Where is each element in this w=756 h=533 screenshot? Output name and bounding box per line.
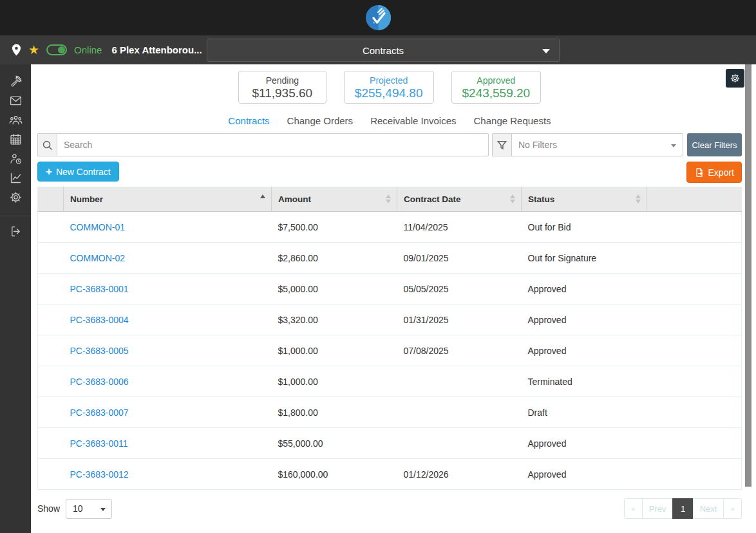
row-select-cell <box>38 212 64 243</box>
pending-summary-card: Pending $11,935.60 <box>238 71 326 104</box>
column-header-number[interactable]: Number <box>64 187 272 212</box>
contract-number-link[interactable]: PC-3683-0005 <box>70 346 129 356</box>
sidebar-item-team[interactable] <box>0 110 31 129</box>
row-select-cell <box>38 428 64 459</box>
tab-change-orders[interactable]: Change Orders <box>287 115 354 126</box>
page-settings-button[interactable] <box>726 69 744 88</box>
status-cell: Approved <box>522 459 647 490</box>
amount-cell: $1,000.00 <box>272 366 397 397</box>
sidebar-item-logout[interactable] <box>0 221 31 241</box>
new-contract-button[interactable]: + New Contract <box>37 162 119 182</box>
card-label: Projected <box>355 75 423 86</box>
filters-dropdown-value: No Filters <box>518 140 557 150</box>
logout-icon <box>9 225 23 238</box>
approved-summary-card: Approved $243,559.20 <box>451 71 542 104</box>
contract-number-link[interactable]: PC-3683-0007 <box>70 407 129 418</box>
sidebar-item-settings[interactable] <box>0 187 31 207</box>
row-actions-cell <box>647 304 742 335</box>
table-row: PC-3683-0011$55,000.00Approved <box>38 428 742 459</box>
chevron-down-icon <box>100 508 106 511</box>
sort-icon <box>260 194 265 203</box>
contracts-table: Number Amount Contract Date Status <box>37 187 742 490</box>
sidebar-item-calendar[interactable] <box>0 129 31 149</box>
status-cell: Approved <box>522 274 647 304</box>
row-select-cell <box>38 243 64 274</box>
amount-cell: $55,000.00 <box>272 428 397 459</box>
contract-number-link[interactable]: PC-3683-0012 <box>70 469 129 480</box>
number-cell: PC-3683-0007 <box>64 397 272 428</box>
contract-number-link[interactable]: COMMON-02 <box>70 253 126 263</box>
app-header <box>0 0 756 35</box>
first-page-button[interactable]: « <box>624 498 643 519</box>
sidebar-item-reports[interactable] <box>0 168 31 187</box>
contract-date-cell: 09/01/2025 <box>397 243 522 274</box>
show-label: Show <box>37 503 60 514</box>
column-header-status[interactable]: Status <box>522 187 647 212</box>
contract-number-link[interactable]: COMMON-01 <box>70 222 126 232</box>
sidebar-item-messages[interactable] <box>0 91 31 110</box>
tab-contracts[interactable]: Contracts <box>228 115 269 126</box>
tab-receivable-invoices[interactable]: Receivable Invoices <box>370 115 456 126</box>
contract-date-cell <box>397 428 522 459</box>
sidebar-item-time-clock[interactable] <box>0 149 31 168</box>
row-actions-cell <box>647 428 742 459</box>
filters-dropdown[interactable]: No Filters <box>511 133 683 156</box>
gear-icon <box>9 191 23 204</box>
column-header-amount[interactable]: Amount <box>272 187 397 212</box>
location-pin-icon[interactable] <box>12 44 21 56</box>
chart-icon <box>9 171 23 185</box>
gear-icon <box>730 73 741 84</box>
number-cell: PC-3683-0012 <box>64 459 272 490</box>
row-select-cell <box>38 366 64 397</box>
export-file-icon <box>694 167 704 178</box>
online-toggle[interactable] <box>46 44 67 55</box>
favorite-star-icon[interactable]: ★ <box>28 44 39 56</box>
next-page-button[interactable]: Next <box>693 498 724 519</box>
contract-number-link[interactable]: PC-3683-0001 <box>70 284 129 294</box>
number-cell: PC-3683-0006 <box>64 366 272 397</box>
contract-number-link[interactable]: PC-3683-0006 <box>70 377 129 387</box>
tab-change-requests[interactable]: Change Requests <box>474 115 551 126</box>
status-cell: Approved <box>522 304 647 335</box>
hammer-icon <box>9 75 23 88</box>
page-dropdown-value: Contracts <box>363 45 404 56</box>
action-row: + New Contract Export <box>37 162 742 183</box>
row-actions-cell <box>647 366 742 397</box>
card-value: $255,494.80 <box>355 86 423 100</box>
contract-number-link[interactable]: PC-3683-0004 <box>70 315 129 325</box>
amount-cell: $160,000.00 <box>272 459 397 490</box>
job-name[interactable]: 6 Plex Attenborou... <box>111 44 202 55</box>
row-actions-cell <box>647 335 742 366</box>
status-cell: Out for Bid <box>522 212 647 243</box>
prev-page-button[interactable]: Prev <box>642 498 673 519</box>
card-label: Pending <box>249 75 316 86</box>
vertical-scrollbar[interactable] <box>745 64 751 487</box>
last-page-button[interactable]: » <box>723 498 742 519</box>
app-window: ★ Online 6 Plex Attenborou... Contracts <box>0 0 756 533</box>
table-row: PC-3683-0001$5,000.0005/05/2025Approved <box>38 274 742 304</box>
amount-cell: $1,000.00 <box>272 335 397 366</box>
row-actions-cell <box>647 459 742 490</box>
column-header-contract-date[interactable]: Contract Date <box>397 187 522 212</box>
sort-icon <box>510 194 515 203</box>
export-button[interactable]: Export <box>686 162 742 183</box>
card-value: $11,935.60 <box>249 86 316 100</box>
contract-number-link[interactable]: PC-3683-0011 <box>70 438 128 449</box>
amount-cell: $7,500.00 <box>272 212 397 243</box>
page-1-button[interactable]: 1 <box>672 498 694 519</box>
search-input[interactable] <box>57 133 489 156</box>
row-select-cell <box>38 335 64 366</box>
calendar-icon <box>9 133 23 146</box>
table-row: PC-3683-0004$3,320.0001/31/2025Approved <box>38 304 742 335</box>
page-size-select[interactable]: 10 <box>66 499 112 519</box>
clear-filters-button[interactable]: Clear Filters <box>687 133 742 156</box>
amount-cell: $1,800.00 <box>272 397 397 428</box>
page-dropdown[interactable]: Contracts <box>207 39 560 62</box>
amount-cell: $5,000.00 <box>272 274 397 304</box>
table-row: COMMON-01$7,500.0011/04/2025Out for Bid <box>38 212 742 243</box>
actions-column-header <box>647 187 742 212</box>
sidebar-item-jobs[interactable] <box>0 71 31 91</box>
table-header-row: Number Amount Contract Date Status <box>38 187 742 212</box>
search-icon-box <box>37 133 57 156</box>
row-actions-cell <box>647 243 742 274</box>
